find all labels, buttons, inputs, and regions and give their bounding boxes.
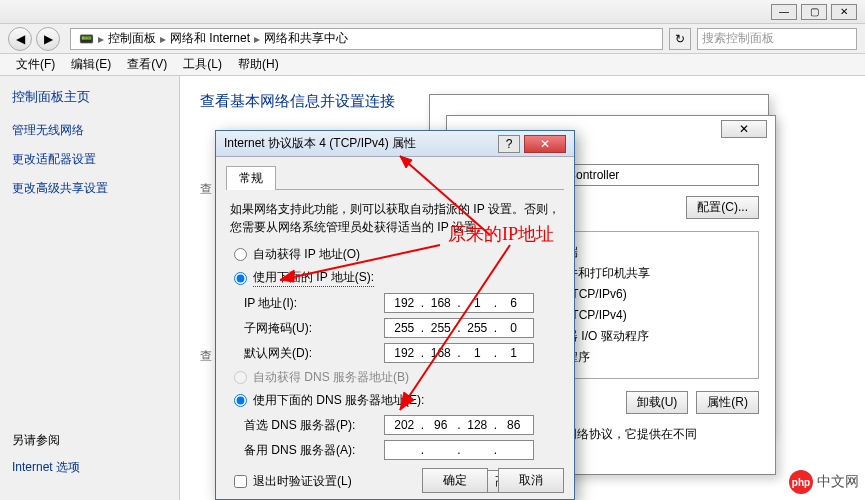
gateway-field[interactable]: 192. 168. 1. 1 xyxy=(384,343,534,363)
configure-button[interactable]: 配置(C)... xyxy=(686,196,759,219)
sidebar-see-also: 另请参阅 xyxy=(12,432,80,449)
properties-button[interactable]: 属性(R) xyxy=(696,391,759,414)
help-button[interactable]: ? xyxy=(498,135,520,153)
sidebar: 控制面板主页 管理无线网络 更改适配器设置 更改高级共享设置 另请参阅 Inte… xyxy=(0,76,180,500)
menu-edit[interactable]: 编辑(E) xyxy=(63,56,119,73)
forward-icon: ▶ xyxy=(44,32,53,46)
sidebar-item-wireless[interactable]: 管理无线网络 xyxy=(12,122,167,139)
validate-checkbox[interactable]: 退出时验证设置(L) xyxy=(234,473,352,490)
menu-bar: 文件(F) 编辑(E) 查看(V) 工具(L) 帮助(H) xyxy=(0,54,865,76)
gateway-label: 默认网关(D): xyxy=(244,345,384,362)
ipv4-title-text: Internet 协议版本 4 (TCP/IPv4) 属性 xyxy=(224,135,498,152)
nav-bar: ◀ ▶ 📟 ▸ 控制面板 ▸ 网络和 Internet ▸ 网络和共享中心 ↻ … xyxy=(0,24,865,54)
watermark-text: 中文网 xyxy=(817,473,859,491)
menu-view[interactable]: 查看(V) xyxy=(119,56,175,73)
sidebar-item-adapter[interactable]: 更改适配器设置 xyxy=(12,151,167,168)
forward-button[interactable]: ▶ xyxy=(36,27,60,51)
breadcrumb-item[interactable]: 网络和 Internet xyxy=(170,30,250,47)
radio-auto-ip[interactable]: 自动获得 IP 地址(O) xyxy=(234,246,556,263)
radio-auto-dns: 自动获得 DNS 服务器地址(B) xyxy=(234,369,556,386)
sidebar-title: 控制面板主页 xyxy=(12,88,167,106)
ipv4-properties-dialog: Internet 协议版本 4 (TCP/IPv4) 属性 ? ✕ 常规 如果网… xyxy=(215,130,575,500)
radio-use-dns[interactable]: 使用下面的 DNS 服务器地址(E): xyxy=(234,392,556,409)
dns2-label: 备用 DNS 服务器(A): xyxy=(244,442,384,459)
radio-use-ip[interactable]: 使用下面的 IP 地址(S): xyxy=(234,269,556,287)
refresh-icon: ↻ xyxy=(675,32,685,46)
tab-strip: 常规 xyxy=(226,165,564,190)
dns1-label: 首选 DNS 服务器(P): xyxy=(244,417,384,434)
validate-checkbox-input[interactable] xyxy=(234,475,247,488)
radio-use-ip-input[interactable] xyxy=(234,272,247,285)
ipv4-titlebar: Internet 协议版本 4 (TCP/IPv4) 属性 ? ✕ xyxy=(216,131,574,157)
maximize-button[interactable]: ▢ xyxy=(801,4,827,20)
radio-auto-dns-input xyxy=(234,371,247,384)
sidebar-item-internet-options[interactable]: Internet 选项 xyxy=(12,459,80,476)
watermark-badge: php xyxy=(789,470,813,494)
watermark: php 中文网 xyxy=(789,470,859,494)
annotation-label: 原来的IP地址 xyxy=(448,222,554,246)
ok-button[interactable]: 确定 xyxy=(422,468,488,493)
radio-auto-ip-input[interactable] xyxy=(234,248,247,261)
search-input[interactable]: 搜索控制面板 xyxy=(697,28,857,50)
menu-file[interactable]: 文件(F) xyxy=(8,56,63,73)
sidebar-item-sharing[interactable]: 更改高级共享设置 xyxy=(12,180,167,197)
ipv4-close-button[interactable]: ✕ xyxy=(524,135,566,153)
radio-use-dns-input[interactable] xyxy=(234,394,247,407)
ip-address-field[interactable]: 192. 168. 1. 6 xyxy=(384,293,534,313)
adapter-close-button[interactable]: ✕ xyxy=(721,120,767,138)
uninstall-button[interactable]: 卸载(U) xyxy=(626,391,689,414)
ip-address-label: IP 地址(I): xyxy=(244,295,384,312)
close-button[interactable]: ✕ xyxy=(831,4,857,20)
menu-help[interactable]: 帮助(H) xyxy=(230,56,287,73)
dns1-field[interactable]: 202. 96. 128. 86 xyxy=(384,415,534,435)
subnet-mask-field[interactable]: 255. 255. 255. 0 xyxy=(384,318,534,338)
breadcrumb-item[interactable]: 控制面板 xyxy=(108,30,156,47)
breadcrumb[interactable]: 📟 ▸ 控制面板 ▸ 网络和 Internet ▸ 网络和共享中心 xyxy=(70,28,663,50)
refresh-button[interactable]: ↻ xyxy=(669,28,691,50)
window-titlebar: — ▢ ✕ xyxy=(0,0,865,24)
back-icon: ◀ xyxy=(16,32,25,46)
back-button[interactable]: ◀ xyxy=(8,27,32,51)
dns2-field[interactable]: . . . xyxy=(384,440,534,460)
minimize-button[interactable]: — xyxy=(771,4,797,20)
menu-tools[interactable]: 工具(L) xyxy=(175,56,230,73)
tab-general[interactable]: 常规 xyxy=(226,166,276,190)
subnet-mask-label: 子网掩码(U): xyxy=(244,320,384,337)
cancel-button[interactable]: 取消 xyxy=(498,468,564,493)
breadcrumb-item[interactable]: 网络和共享中心 xyxy=(264,30,348,47)
